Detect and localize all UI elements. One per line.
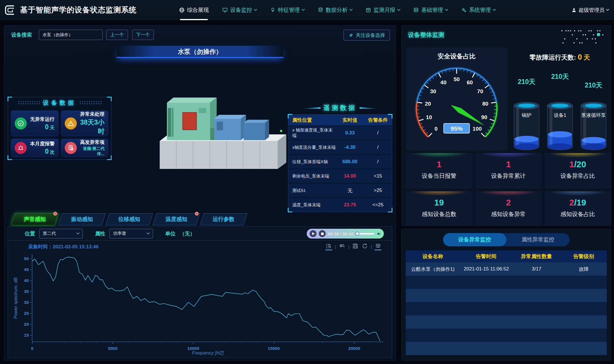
svg-text:30: 30 [24, 300, 29, 305]
card-value: 0 天 [29, 123, 55, 131]
telemetry-title: 遥测数据 [323, 104, 357, 112]
sense-tab-振动感知[interactable]: 振动感知 [58, 213, 106, 225]
nav-item-基础管理[interactable]: 基础管理 [413, 0, 448, 20]
stat-label: 感知设备占比 [560, 210, 595, 218]
telemetry-col-header: 实时值 [336, 117, 364, 123]
stop-button[interactable] [319, 230, 326, 237]
gauge-title: 安全设备占比 [406, 52, 507, 61]
doc-alert-icon [65, 142, 77, 154]
safety-gauge-card: 安全设备占比 010203040506070809010095% [406, 47, 507, 150]
refresh-icon[interactable] [361, 243, 368, 250]
previous-device-button[interactable]: 上一个 [106, 30, 128, 40]
svg-text:70: 70 [477, 88, 483, 94]
seek-slider[interactable] [356, 233, 374, 235]
stat-label: 感知设备异常 [491, 210, 526, 218]
data-view-icon[interactable] [375, 243, 382, 250]
chevron-down-icon [445, 8, 448, 11]
search-label: 设备搜索 [11, 31, 32, 38]
sense-tab-运行参数[interactable]: 运行参数 [200, 213, 247, 225]
nav-item-监测月报[interactable]: 监测月报 [365, 0, 400, 20]
svg-text:50: 50 [24, 256, 29, 261]
user-name: 超级管理员 [579, 7, 605, 14]
chart-toolbar: | | | [325, 243, 382, 250]
alarm-col-header: 异常属性数量 [512, 253, 560, 260]
pump-3d-model [140, 85, 295, 171]
sense-tab-声音感知[interactable]: 声音感知 [11, 213, 59, 225]
warning-icon [65, 117, 77, 129]
cylinder-graphic [512, 101, 541, 152]
nav-item-label: 监测月报 [373, 6, 395, 14]
svg-text:20: 20 [425, 101, 431, 107]
dots-decoration [79, 101, 102, 105]
stat-label: 感知设备总数 [422, 210, 456, 218]
attribute-label: 属性 [95, 230, 105, 237]
position-select[interactable]: 第二代 [39, 229, 83, 239]
card-title: 异常未处理 [79, 111, 105, 117]
device-data-card-无异常运行: 无异常运行0 天 [11, 110, 58, 136]
play-button[interactable] [310, 230, 316, 237]
nav-item-特征管理[interactable]: 特征管理 [270, 0, 304, 20]
user-menu[interactable]: 超级管理员 [571, 0, 609, 20]
sense-section: 位置 第二代 属性 功率谱 单位 （无） 00:00 / 00:00 [8, 226, 392, 358]
telemetry-table-header: 属性位置实时值告警条件 [288, 115, 392, 125]
telemetry-col-header: 属性位置 [288, 117, 336, 123]
search-input[interactable] [39, 30, 103, 40]
focus-device-select-button[interactable]: 关注设备选择 [344, 30, 390, 41]
chevron-down-icon [76, 231, 79, 234]
stat-label: 设备异常占比 [560, 172, 595, 180]
chart-controls: 位置 第二代 属性 功率谱 单位 （无） 00:00 / 00:00 [8, 227, 392, 241]
alarm-icon [15, 142, 27, 154]
cylinder-widgets: 210天锅炉210天设备1210天浆液循环泵 [510, 69, 610, 152]
attribute-select[interactable]: 功率谱 [109, 229, 153, 239]
zoom-select-icon[interactable] [325, 243, 332, 250]
nav-item-label: 数据分析 [326, 6, 348, 14]
stat-value: 2/19 [569, 198, 586, 207]
nav-item-综合展现[interactable]: 综合展现 [179, 0, 209, 20]
sense-tab-温度感知[interactable]: 温度感知 [152, 213, 200, 225]
cylinder-设备1: 210天设备1 [544, 69, 576, 152]
telemetry-table: 属性位置实时值告警条件 x 轴加速度值_泵体末端0.33/x轴直流分量_泵体末端… [288, 114, 392, 212]
svg-text:0: 0 [31, 346, 33, 351]
stop-icon [321, 232, 324, 235]
capture-row: 采集时间：2021-02-05 15:13:46 | | [8, 243, 392, 251]
alarm-col-header: 告警级别 [560, 253, 607, 260]
chevron-down-icon [146, 231, 150, 234]
chevron-down-icon [397, 8, 400, 11]
nav-item-设备监控[interactable]: 设备监控 [222, 0, 257, 20]
telemetry-row: 测试51无>25 [288, 183, 392, 197]
nav-item-系统管理[interactable]: 系统管理 [461, 0, 495, 20]
svg-text:15: 15 [24, 333, 29, 338]
alarm-tab-属性异常监控[interactable]: 属性异常监控 [506, 233, 570, 246]
nav-item-label: 设备监控 [230, 6, 252, 14]
alarm-row-empty [406, 342, 607, 355]
next-device-button[interactable]: 下一个 [132, 30, 154, 40]
audio-player: 00:00 / 00:00 [307, 229, 384, 239]
stat-tile-感知设备总数: 19感知设备总数 [406, 191, 472, 226]
nav-item-数据分析[interactable]: 数据分析 [318, 0, 352, 20]
database-icon [318, 7, 323, 13]
save-image-icon[interactable] [352, 243, 359, 250]
stat-value: 2 [506, 198, 511, 207]
main-nav: 综合展现设备监控特征管理数据分析监测月报基础管理系统管理 [179, 0, 495, 20]
unit-label: 单位 [165, 230, 176, 237]
zoom-reset-icon[interactable] [339, 243, 346, 250]
svg-text:100: 100 [473, 126, 482, 132]
device-data-cards: 无异常运行0 天异常未处理38天3小时本月度报警0 次高发异常项音频-第二代传.… [11, 110, 108, 157]
dots-decoration [560, 28, 606, 45]
card-title: 本月度报警 [29, 140, 55, 147]
cylinder-days: 210天 [577, 81, 610, 90]
sense-tab-位移感知[interactable]: 位移感知 [105, 213, 153, 225]
alarm-card: 设备异常监控属性异常监控 设备名称告警时间异常属性数量告警级别 云酷水泵（勿操作… [401, 229, 611, 361]
stat-label: 设备异常累计 [491, 172, 526, 180]
alarm-col-header: 设备名称 [406, 253, 460, 260]
card-title: 高发异常项 [79, 139, 105, 146]
svg-text:25: 25 [24, 311, 29, 316]
svg-text:40: 40 [441, 79, 447, 85]
stat-value: 19 [434, 198, 444, 207]
app: 基于智能声学的设备状态监测系统 综合展现设备监控特征管理数据分析监测月报基础管理… [0, 0, 614, 364]
spectrum-chart: 152025303540455005000100001500020000Powe… [12, 251, 389, 357]
slider-knob[interactable] [355, 232, 359, 236]
alarm-tab-设备异常监控[interactable]: 设备异常监控 [443, 233, 506, 246]
logo-icon [3, 4, 16, 16]
stat-tile-设备当日报警: 1设备当日报警 [406, 153, 472, 188]
